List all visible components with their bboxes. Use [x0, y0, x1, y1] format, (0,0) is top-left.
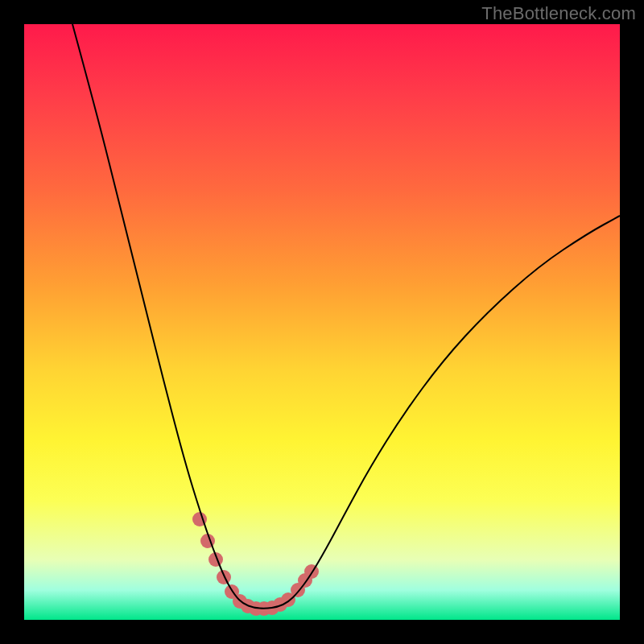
- highlight-dots-group: [192, 512, 319, 616]
- chart-svg: [24, 24, 620, 620]
- plot-area: [24, 24, 620, 620]
- chart-frame: TheBottleneck.com: [0, 0, 644, 644]
- bottleneck-curve: [72, 24, 620, 609]
- highlight-dot: [217, 570, 231, 584]
- watermark-text: TheBottleneck.com: [481, 3, 636, 24]
